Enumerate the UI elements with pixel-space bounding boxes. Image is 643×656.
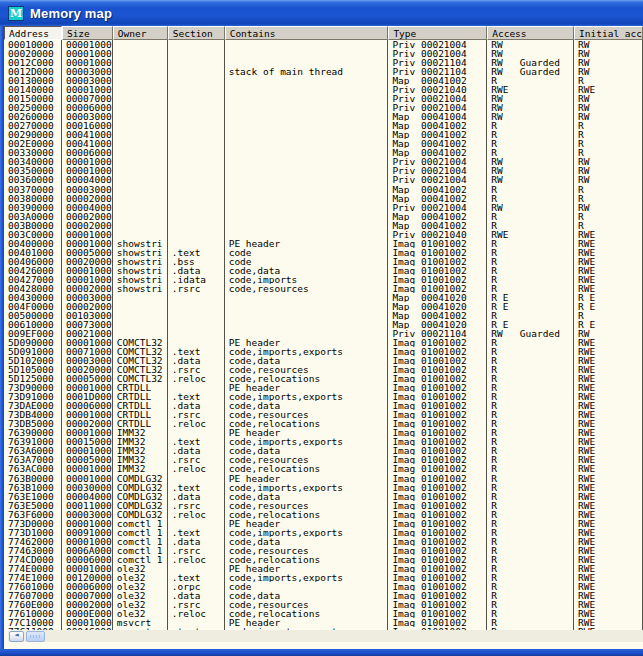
table-row[interactable]: 7760E00000002000ole32.rsrccode,resources… [4,600,643,609]
cell-address: 73D91000 [4,392,62,401]
table-row[interactable]: 7639100000015000IMM32.textcode,imports,e… [4,437,643,446]
column-header-type[interactable]: Type [388,26,487,40]
table-row[interactable]: 003C000000001000Priv 00021040RWERWE [4,230,643,239]
table-row[interactable]: 774CD00000006000comctl_1.reloccode,reloc… [4,555,643,564]
table-row[interactable]: 776100000000E000ole32.reloccode,relocati… [4,609,643,618]
table-row[interactable]: 763E100000004000COMDLG32.datacode,dataIm… [4,492,643,501]
table-row[interactable]: 73DAE00000006000CRTDLL.datacode,dataImag… [4,401,643,410]
cell-size: 00001000 [62,383,113,392]
table-row[interactable]: 73DB500000002000CRTDLL.reloccode,relocat… [4,419,643,428]
table-row[interactable]: 5D12500000005000COMCTL32.reloccode,reloc… [4,374,643,383]
cell-initial-access: R [574,139,643,148]
scroll-left-button[interactable]: ◄ [9,631,24,642]
table-row[interactable]: 0013000000003000Map 00041002RR [4,76,643,85]
table-row[interactable]: 5D10200000003000COMCTL32.datacode,dataIm… [4,356,643,365]
table-row[interactable]: 0033000000006000Map 00041002RR [4,148,643,157]
scrollbar-thumb[interactable] [26,631,45,642]
table-row[interactable]: 5D10500000020000COMCTL32.rsrccode,resour… [4,365,643,374]
cell-section [168,329,225,338]
cell-contains: stack of main thread [225,67,389,76]
table-row[interactable]: 763A700000005000IMM32.rsrccode,resources… [4,455,643,464]
cell-owner: comctl_1 [113,546,168,555]
table-row[interactable]: 0027000000016000Map 00041002RR [4,121,643,130]
table-row[interactable]: 0001000000001000Priv 00021004RWRW [4,40,643,49]
table-row[interactable]: 5D09100000071000COMCTL32.textcode,import… [4,347,643,356]
column-header-section[interactable]: Section [168,26,225,40]
table-row[interactable]: 0043000000003000Map 00041020R ER E [4,293,643,302]
table-row[interactable]: 763AC00000001000IMM32.reloccode,relocati… [4,464,643,473]
table-row[interactable]: 0036000000004000Priv 00021004RWRW [4,175,643,184]
cell-section [168,338,225,347]
table-row[interactable]: 0038000000002000Map 00041002RR [4,194,643,203]
cell-type: Imag 01001002 [388,537,487,546]
cell-section [168,203,225,212]
table-row[interactable]: 7746200000001000comctl_1.datacode,dataIm… [4,537,643,546]
cell-section [168,40,225,49]
table-row[interactable]: 763A600000001000IMM32.datacode,dataImag … [4,446,643,455]
table-row[interactable]: 0015000000007000Priv 00021004RWRW [4,94,643,103]
table-row[interactable]: 0040100000005000showstri.textcodeImag 01… [4,248,643,257]
scrollbar-track[interactable] [45,631,643,642]
table-row[interactable]: 763F600000003000COMDLG32.reloccode,reloc… [4,510,643,519]
table-row[interactable]: 763B000000001000COMDLG32PE headerImag 01… [4,474,643,483]
table-row[interactable]: 773D000000001000comctl_1PE headerImag 01… [4,519,643,528]
table-row[interactable]: 0026000000003000Map 00041004RWRW [4,112,643,121]
table-row[interactable]: 004F000000002000Map 00041020R ER E [4,302,643,311]
table-row[interactable]: 0042600000001000showstri.datacode,dataIm… [4,266,643,275]
table-row[interactable]: 0014000000001000Priv 00021040RWERWE [4,85,643,94]
table-row[interactable]: 73D910000001D000CRTDLL.textcode,imports,… [4,392,643,401]
table-row[interactable]: 7760100000006000ole32.orpccodeImag 01001… [4,582,643,591]
table-row[interactable]: 763E500000011000COMDLG32.rsrccode,resour… [4,501,643,510]
table-row[interactable]: 5D09000000001000COMCTL32PE headerImag 01… [4,338,643,347]
ollydbg-window-icon[interactable]: M [8,6,24,21]
cell-access: R [487,501,574,510]
table-row[interactable]: 003A000000002000Map 00041002RR [4,212,643,221]
table-row[interactable]: 0037000000003000Map 00041002RR [4,185,643,194]
table-row[interactable]: 773D100000091000comctl_1.textcode,import… [4,528,643,537]
table-row[interactable]: 0035000000001000Priv 00021004RWRW [4,166,643,175]
table-row[interactable]: 73D9000000001000CRTDLLPE headerImag 0100… [4,383,643,392]
table-row[interactable]: 7639000000001000IMM32PE headerImag 01001… [4,428,643,437]
column-header-contains[interactable]: Contains [225,26,389,40]
table-row[interactable]: 0012C00000001000Priv 00021104RW GuardedR… [4,58,643,67]
cell-section [168,130,225,139]
cell-access: R [487,428,574,437]
cell-owner [113,302,168,311]
table-row[interactable]: 7760700000007000ole32.datacode,dataImag … [4,591,643,600]
column-header-owner[interactable]: Owner [113,26,168,40]
column-header-access[interactable]: Access [487,26,574,40]
table-row[interactable]: 0050000000103000Map 00041002RR [4,311,643,320]
horizontal-scrollbar[interactable]: ◄ [8,630,643,642]
table-row[interactable]: 0039000000004000Priv 00021004RWRW [4,203,643,212]
table-row[interactable]: 0042700000001000showstri.idatacode,impor… [4,275,643,284]
table-row[interactable]: 009EF00000021000Priv 00021104RW GuardedR… [4,329,643,338]
table-row[interactable]: 0025000000006000Priv 00021004RWRW [4,103,643,112]
table-row[interactable]: 0034000000001000Priv 00021004RWRW [4,157,643,166]
table-row[interactable]: 774E000000001000ole32PE headerImag 01001… [4,564,643,573]
table-row[interactable]: 002E000000041000Map 00041002RR [4,139,643,148]
table-row[interactable]: 77C1000000001000msvcrtPE headerImag 0100… [4,618,643,627]
cell-initial-access: R [574,76,643,85]
table-row[interactable]: 0029000000041000Map 00041002RR [4,130,643,139]
scroll-left-arrow-icon: ◄ [14,632,18,639]
table-row[interactable]: 0061000000073000Map 00041020R ER E [4,320,643,329]
table-row[interactable]: 0012D00000003000stack of main threadPriv… [4,67,643,76]
table-row[interactable]: 0042800000002000showstri.rsrccode,resour… [4,284,643,293]
table-row[interactable]: 774630000006A000comctl_1.rsrccode,resour… [4,546,643,555]
table-row[interactable]: 774E100000120000ole32.textcode,imports,e… [4,573,643,582]
cell-type: Map 00041002 [388,121,487,130]
cell-type: Map 00041002 [388,194,487,203]
table-row[interactable]: 763B100000030000COMDLG32.textcode,import… [4,483,643,492]
table-row[interactable]: 0002000000001000Priv 00021004RWRW [4,49,643,58]
table-row[interactable]: 003B000000002000Map 00041002RR [4,221,643,230]
cell-type: Priv 00021004 [388,166,487,175]
table-row[interactable]: 0040000000001000showstriPE headerImag 01… [4,239,643,248]
cell-address: 00430000 [4,293,62,302]
column-header-address[interactable]: Address [4,26,62,40]
window-titlebar[interactable]: M Memory map [0,0,643,26]
column-header-size[interactable]: Size [62,26,113,40]
cell-access: RW [487,157,574,166]
column-header-initial-access[interactable]: Initial acc [574,26,643,40]
table-row[interactable]: 73DB400000001000CRTDLL.rsrccode,resource… [4,410,643,419]
table-row[interactable]: 0040600000020000showstri.bsscodeImag 010… [4,257,643,266]
